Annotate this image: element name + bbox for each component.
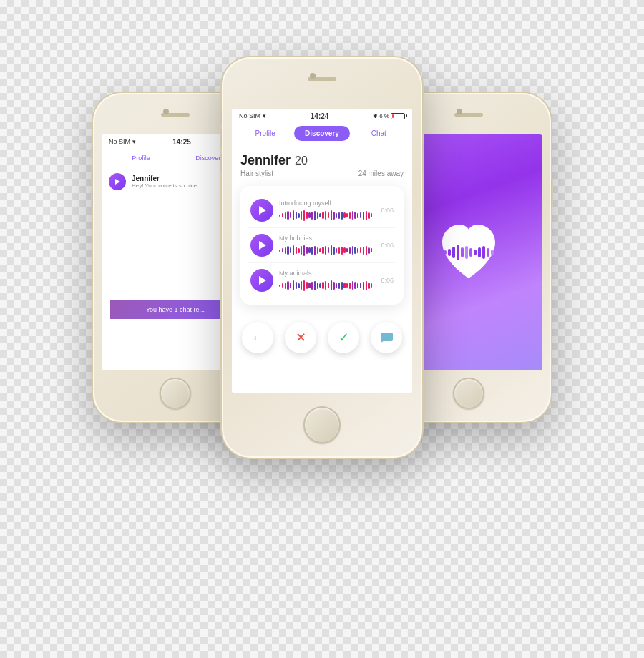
center-status-bar: No SIM ▾ 14:24 ✱ 6 % bbox=[232, 109, 412, 123]
center-home-button[interactable] bbox=[303, 406, 341, 443]
audio-details-1: Introducing myself bbox=[279, 200, 372, 221]
profile-distance: 24 miles away bbox=[358, 170, 404, 177]
center-vol-up bbox=[220, 129, 222, 147]
center-time: 14:24 bbox=[311, 112, 329, 120]
nope-button[interactable]: ✕ bbox=[285, 322, 316, 353]
center-phone-screen: No SIM ▾ 14:24 ✱ 6 % Profile Discovery C… bbox=[232, 109, 412, 393]
center-phone: No SIM ▾ 14:24 ✱ 6 % Profile Discovery C… bbox=[222, 57, 422, 458]
audio-duration-1: 0:06 bbox=[381, 207, 394, 214]
center-phone-camera bbox=[310, 73, 316, 79]
tab-profile[interactable]: Profile bbox=[238, 126, 293, 141]
chat-bubble-icon bbox=[380, 333, 393, 343]
tab-discovery[interactable]: Discovery bbox=[294, 126, 349, 141]
action-buttons: ← ✕ ✓ bbox=[240, 316, 404, 359]
sound-wave-logo bbox=[444, 245, 494, 260]
left-carrier: No SIM bbox=[109, 138, 130, 145]
left-time: 14:25 bbox=[172, 138, 191, 146]
play-button-2[interactable] bbox=[250, 234, 273, 257]
left-mute-btn bbox=[91, 147, 93, 159]
right-phone-camera bbox=[457, 109, 462, 114]
left-home-button[interactable] bbox=[160, 378, 191, 409]
waveform-1 bbox=[279, 210, 372, 221]
left-tab-profile[interactable]: Profile bbox=[107, 152, 175, 164]
right-home-button[interactable] bbox=[453, 378, 484, 409]
play-icon-1 bbox=[259, 206, 266, 215]
play-button-3[interactable] bbox=[250, 269, 273, 292]
phones-container: No SIM ▾ 14:25 Profile Discovery bbox=[72, 36, 572, 622]
super-like-button[interactable] bbox=[371, 322, 402, 353]
chat-play-button[interactable] bbox=[109, 173, 126, 190]
audio-card: Introducing myself 0:06 My hobbies bbox=[240, 186, 404, 305]
audio-title-3: My animals bbox=[279, 270, 372, 277]
like-button[interactable]: ✓ bbox=[328, 322, 359, 353]
left-notification: You have 1 chat re... bbox=[110, 300, 240, 319]
profile-name: Jennifer bbox=[240, 153, 291, 168]
profile-info-row: Hair stylist 24 miles away bbox=[240, 170, 404, 177]
discovery-content: Jennifer 20 Hair stylist 24 miles away bbox=[232, 144, 412, 368]
chat-play-icon bbox=[115, 179, 120, 185]
app-logo bbox=[436, 220, 501, 285]
left-wifi-icon: ▾ bbox=[132, 138, 136, 145]
tab-chat[interactable]: Chat bbox=[351, 126, 406, 141]
audio-item-1: Introducing myself 0:06 bbox=[248, 193, 396, 228]
left-vol-down bbox=[91, 190, 93, 207]
left-phone-camera bbox=[163, 109, 169, 114]
play-icon-2 bbox=[259, 241, 266, 250]
center-wifi-icon: ▾ bbox=[263, 112, 266, 119]
audio-title-1: Introducing myself bbox=[279, 200, 372, 207]
audio-details-3: My animals bbox=[279, 270, 372, 291]
waveform-3 bbox=[279, 280, 372, 291]
audio-duration-3: 0:06 bbox=[381, 277, 394, 284]
center-battery-percent: 6 % bbox=[379, 113, 389, 119]
profile-name-row: Jennifer 20 bbox=[240, 153, 404, 168]
center-battery-icon bbox=[391, 113, 405, 119]
audio-item-3: My animals 0:06 bbox=[248, 263, 396, 298]
audio-duration-2: 0:06 bbox=[381, 242, 394, 249]
center-power-btn bbox=[422, 143, 424, 172]
center-carrier: No SIM bbox=[239, 112, 260, 119]
audio-details-2: My hobbies bbox=[279, 235, 372, 256]
profile-header: Jennifer 20 Hair stylist 24 miles away bbox=[240, 153, 404, 177]
waveform-2 bbox=[279, 245, 372, 256]
audio-title-2: My hobbies bbox=[279, 235, 372, 242]
left-vol-up bbox=[91, 164, 93, 182]
audio-item-2: My hobbies 0:06 bbox=[248, 228, 396, 263]
play-button-1[interactable] bbox=[250, 199, 273, 222]
center-battery-fill bbox=[392, 114, 394, 118]
play-icon-3 bbox=[259, 276, 266, 285]
center-vol-down bbox=[220, 154, 222, 172]
back-button[interactable]: ← bbox=[242, 322, 273, 353]
profile-age: 20 bbox=[295, 154, 308, 167]
profile-job: Hair stylist bbox=[240, 170, 273, 177]
center-mute-btn bbox=[220, 111, 222, 124]
right-power-btn bbox=[551, 179, 553, 207]
center-nav-tabs: Profile Discovery Chat bbox=[232, 123, 412, 144]
center-bluetooth-icon: ✱ bbox=[373, 113, 378, 119]
